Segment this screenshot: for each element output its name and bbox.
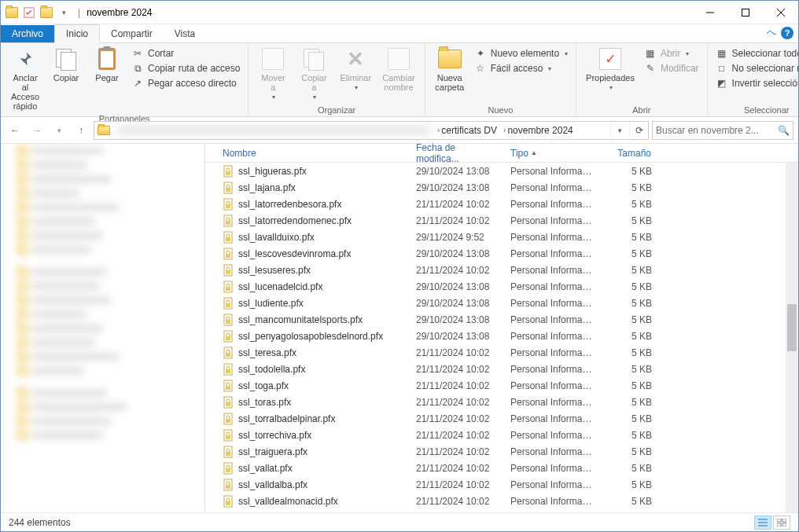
file-date: 29/11/2024 9:52 <box>411 232 506 243</box>
file-size: 5 KB <box>597 380 657 391</box>
file-size: 5 KB <box>597 479 657 490</box>
invert-icon: ◩ <box>716 77 728 90</box>
file-name: ssl_valldalba.pfx <box>238 479 307 490</box>
copy-to-button[interactable]: Copiar a▾ <box>294 45 333 102</box>
file-row[interactable]: ssl_torralbadelpinar.pfx21/11/2024 10:02… <box>205 410 798 427</box>
file-type: Personal Informati... <box>506 215 597 226</box>
tab-home[interactable]: Inicio <box>54 24 100 43</box>
file-row[interactable]: ssl_toga.pfx21/11/2024 10:02Personal Inf… <box>205 377 798 394</box>
file-row[interactable]: ssl_traiguera.pfx21/11/2024 10:02Persona… <box>205 443 798 460</box>
pfx-file-icon <box>223 413 235 425</box>
file-row[interactable]: ssl_teresa.pfx21/11/2024 10:02Personal I… <box>205 344 798 361</box>
copy-button[interactable]: Copiar <box>46 45 86 84</box>
qat-new-folder-icon[interactable] <box>39 5 54 20</box>
column-type[interactable]: Tipo▲ <box>506 148 597 159</box>
new-item-button[interactable]: ✦Nuevo elemento▾ <box>471 46 571 61</box>
maximize-button[interactable] <box>727 1 763 24</box>
minimize-button[interactable] <box>692 1 727 24</box>
pfx-file-icon <box>223 281 235 293</box>
file-type: Personal Informati... <box>506 314 597 325</box>
select-all-button[interactable]: ▦Seleccionar todo <box>712 46 799 61</box>
refresh-button[interactable]: ⟳ <box>629 122 648 139</box>
file-row[interactable]: ssl_latorredendomenec.pfx21/11/2024 10:0… <box>205 212 798 229</box>
file-name: ssl_lajana.pfx <box>238 182 296 193</box>
vertical-scrollbar[interactable] <box>786 163 798 512</box>
paste-button[interactable]: Pegar <box>87 45 127 84</box>
move-to-button[interactable]: Mover a▾ <box>253 45 293 102</box>
file-row[interactable]: ssl_valldalba.pfx21/11/2024 10:02Persona… <box>205 476 798 493</box>
recent-dropdown[interactable]: ▾ <box>50 121 68 140</box>
back-button[interactable]: ← <box>6 121 24 140</box>
select-none-icon: □ <box>716 62 728 75</box>
column-name[interactable]: Nombre <box>218 148 411 159</box>
file-name: ssl_torrechiva.pfx <box>238 430 311 441</box>
paste-shortcut-button[interactable]: ↗Pegar acceso directo <box>128 76 243 90</box>
file-row[interactable]: ssl_latorredenbesora.pfx21/11/2024 10:02… <box>205 196 798 212</box>
qat-properties-icon[interactable] <box>21 5 37 20</box>
pfx-file-icon <box>223 479 235 491</box>
help-icon[interactable]: ? <box>781 27 793 39</box>
pfx-file-icon <box>223 198 235 211</box>
scrollbar-thumb[interactable] <box>787 304 797 351</box>
delete-button[interactable]: ✕Eliminar▾ <box>335 45 376 93</box>
file-row[interactable]: ssl_lescovesdevinroma.pfx29/10/2024 13:0… <box>205 245 798 262</box>
svg-rect-34 <box>226 402 230 406</box>
search-input[interactable] <box>656 125 778 136</box>
svg-rect-8 <box>226 188 230 192</box>
file-name: ssl_lesuseres.pfx <box>238 265 311 276</box>
file-row[interactable]: ssl_higueras.pfx29/10/2024 13:08Personal… <box>205 163 798 179</box>
tab-view[interactable]: Vista <box>164 25 206 42</box>
file-size: 5 KB <box>597 446 657 457</box>
search-box[interactable]: 🔍 <box>652 121 793 140</box>
file-type: Personal Informati... <box>506 463 597 474</box>
tab-share[interactable]: Compartir <box>100 25 164 42</box>
column-date[interactable]: Fecha de modifica... <box>411 144 506 164</box>
select-none-button[interactable]: □No seleccionar nada <box>712 61 799 75</box>
file-row[interactable]: ssl_ludiente.pfx29/10/2024 13:08Personal… <box>205 295 798 311</box>
address-bar[interactable]: ›certificats DV ›novembre 2024 ▾ ⟳ <box>94 121 649 140</box>
collapse-ribbon-icon[interactable]: へ <box>767 26 776 39</box>
edit-button[interactable]: ✎Modificar <box>641 61 702 75</box>
pfx-file-icon <box>223 446 235 458</box>
pfx-file-icon <box>223 165 235 178</box>
copy-path-button[interactable]: ⧉Copiar ruta de acceso <box>128 61 243 75</box>
file-size: 5 KB <box>597 265 657 276</box>
details-view-button[interactable] <box>754 515 771 530</box>
breadcrumb-item[interactable]: ›novembre 2024 <box>500 122 576 139</box>
file-row[interactable]: ssl_lucenadelcid.pfx29/10/2024 13:08Pers… <box>205 278 798 295</box>
easy-access-button[interactable]: ☆Fácil acceso▾ <box>471 61 571 75</box>
column-size[interactable]: Tamaño <box>597 148 657 159</box>
pin-quick-access-button[interactable]: Anclar al Acceso rápido <box>6 45 45 112</box>
file-row[interactable]: ssl_vallat.pfx21/11/2024 10:02Personal I… <box>205 460 798 476</box>
file-row[interactable]: ssl_lajana.pfx29/10/2024 13:08Personal I… <box>205 179 798 196</box>
properties-button[interactable]: ✓Propiedades▾ <box>581 45 639 93</box>
breadcrumb-item[interactable]: ›certificats DV <box>434 122 500 139</box>
qat-dropdown-icon[interactable]: ▾ <box>56 5 72 20</box>
svg-rect-18 <box>226 270 230 274</box>
up-button[interactable]: ↑ <box>72 121 90 140</box>
new-folder-button[interactable]: Nueva carpeta <box>430 45 469 94</box>
file-row[interactable]: ssl_mancomunitatelsports.pfx29/10/2024 1… <box>205 311 798 328</box>
invert-selection-button[interactable]: ◩Invertir selección <box>712 76 799 90</box>
file-row[interactable]: ssl_lavallduixo.pfx29/11/2024 9:52Person… <box>205 229 798 245</box>
file-size: 5 KB <box>597 364 657 375</box>
file-row[interactable]: ssl_penyagolosapoblesdelnord.pfx29/10/20… <box>205 328 798 344</box>
large-icons-view-button[interactable] <box>773 515 790 530</box>
file-row[interactable]: ssl_todolella.pfx21/11/2024 10:02Persona… <box>205 361 798 377</box>
cut-button[interactable]: ✂Cortar <box>128 46 243 61</box>
file-date: 29/10/2024 13:08 <box>411 248 506 259</box>
file-row[interactable]: ssl_torrechiva.pfx21/11/2024 10:02Person… <box>205 427 798 443</box>
rename-button[interactable]: Cambiar nombre <box>377 45 420 94</box>
main-area: Nombre Fecha de modifica... Tipo▲ Tamaño… <box>1 144 798 512</box>
close-button[interactable] <box>763 1 798 24</box>
file-date: 21/11/2024 10:02 <box>411 413 506 424</box>
address-dropdown[interactable]: ▾ <box>610 122 629 139</box>
file-row[interactable]: ssl_toras.pfx21/11/2024 10:02Personal In… <box>205 394 798 410</box>
tab-file[interactable]: Archivo <box>1 25 54 42</box>
open-button[interactable]: ▦Abrir▾ <box>641 46 702 61</box>
navigation-pane[interactable] <box>1 144 205 512</box>
file-row[interactable]: ssl_lesuseres.pfx21/11/2024 10:02Persona… <box>205 262 798 278</box>
file-row[interactable]: ssl_valldealmonacid.pfx21/11/2024 10:02P… <box>205 493 798 509</box>
file-size: 5 KB <box>597 397 657 408</box>
forward-button[interactable]: → <box>28 121 46 140</box>
